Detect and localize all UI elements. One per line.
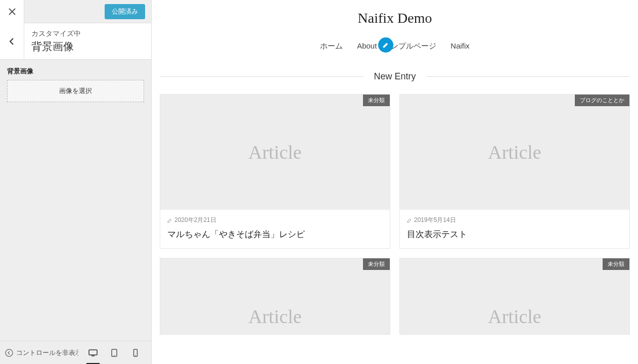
card-category-tag[interactable]: 未分類: [603, 258, 629, 270]
device-mobile-button[interactable]: [125, 341, 146, 365]
section-title: 背景画像: [31, 39, 81, 54]
site-title[interactable]: Naifix Demo: [152, 0, 638, 31]
collapse-controls[interactable]: コントロールを非表示: [5, 348, 78, 357]
nav-about[interactable]: About: [357, 41, 377, 51]
entry-card[interactable]: Article 未分類: [160, 258, 390, 335]
sidebar-footer: コントロールを非表示: [0, 341, 151, 364]
edit-date-icon: [407, 218, 412, 223]
mobile-icon: [131, 348, 140, 357]
entry-card[interactable]: Article ブログのこととか 2019年5月14日 目次表示テスト: [399, 94, 630, 249]
bg-image-label: 背景画像: [7, 67, 144, 76]
edit-shortcut-button[interactable]: [378, 37, 393, 53]
nav-sample-page[interactable]: ンプルページ: [391, 41, 436, 51]
pencil-icon: [382, 41, 389, 49]
section-eyebrow: カスタマイズ中: [31, 29, 81, 38]
new-entry-divider: New Entry: [160, 71, 630, 82]
select-image-button[interactable]: 画像を選択: [7, 80, 144, 102]
chevron-left-icon: [8, 37, 16, 46]
site-nav: ホーム About ンプルページ Naifix: [152, 31, 638, 71]
svg-rect-3: [89, 350, 97, 355]
sidebar-top-bar: 公開済み: [0, 0, 151, 23]
sidebar-body: 背景画像 画像を選択: [0, 60, 151, 341]
card-thumbnail: Article 未分類: [160, 258, 390, 334]
preview-pane[interactable]: Naifix Demo ホーム About ンプルページ Naifix New …: [152, 0, 638, 364]
entry-card[interactable]: Article 未分類 2020年2月21日 マルちゃん「やきそば弁当」レシピ: [160, 94, 390, 249]
card-thumbnail: Article ブログのこととか: [400, 95, 629, 210]
card-body: 2020年2月21日 マルちゃん「やきそば弁当」レシピ: [160, 210, 390, 248]
card-thumbnail: Article 未分類: [400, 258, 629, 334]
card-title: 目次表示テスト: [407, 229, 622, 240]
device-tablet-button[interactable]: [104, 341, 125, 365]
card-date: 2020年2月21日: [167, 216, 383, 224]
close-button[interactable]: [0, 0, 24, 23]
new-entry-label: New Entry: [374, 71, 416, 82]
back-button[interactable]: [0, 23, 24, 60]
svg-point-6: [114, 355, 115, 356]
thumbnail-placeholder: Article: [488, 141, 541, 163]
card-title: マルちゃん「やきそば弁当」レシピ: [167, 229, 383, 240]
svg-point-8: [135, 355, 136, 356]
device-buttons: [82, 341, 146, 365]
card-category-tag[interactable]: 未分類: [363, 95, 390, 106]
nav-naifix[interactable]: Naifix: [450, 41, 470, 51]
nav-home[interactable]: ホーム: [320, 41, 343, 51]
customizer-sidebar: 公開済み カスタマイズ中 背景画像 背景画像 画像を選択 コントロールを非表示: [0, 0, 152, 364]
thumbnail-placeholder: Article: [488, 305, 541, 328]
collapse-label: コントロールを非表示: [16, 348, 78, 357]
close-icon: [9, 8, 16, 15]
card-category-tag[interactable]: 未分類: [363, 258, 390, 270]
section-header: カスタマイズ中 背景画像: [0, 23, 151, 60]
card-date-text: 2020年2月21日: [174, 216, 216, 224]
thumbnail-placeholder: Article: [248, 305, 302, 328]
card-date: 2019年5月14日: [407, 216, 622, 224]
collapse-icon: [5, 349, 13, 357]
thumbnail-placeholder: Article: [248, 141, 302, 163]
svg-point-2: [6, 349, 13, 356]
card-body: 2019年5月14日 目次表示テスト: [400, 210, 629, 248]
card-date-text: 2019年5月14日: [414, 216, 456, 224]
desktop-icon: [88, 348, 98, 357]
section-labels: カスタマイズ中 背景画像: [24, 24, 88, 59]
entry-card[interactable]: Article 未分類: [399, 258, 630, 335]
tablet-icon: [110, 348, 119, 357]
publish-button[interactable]: 公開済み: [105, 4, 145, 19]
card-thumbnail: Article 未分類: [160, 95, 390, 210]
card-category-tag[interactable]: ブログのこととか: [575, 95, 629, 106]
entry-cards: Article 未分類 2020年2月21日 マルちゃん「やきそば弁当」レシピ …: [160, 94, 630, 335]
edit-date-icon: [167, 218, 172, 223]
device-desktop-button[interactable]: [82, 341, 104, 365]
